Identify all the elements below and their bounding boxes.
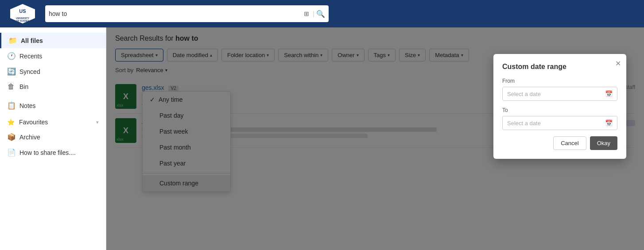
sidebar-item-synced[interactable]: 🔄 Synced — [0, 64, 106, 79]
sidebar-item-label: How to share files.... — [19, 149, 76, 156]
cancel-button[interactable]: Cancel — [553, 136, 586, 150]
sidebar-item-label: Synced — [19, 68, 40, 75]
archive-icon: 📦 — [7, 133, 15, 141]
from-date-input[interactable]: Select a date 📅 — [502, 87, 617, 101]
sidebar-item-label: Bin — [19, 83, 28, 90]
notes-icon: 📋 — [7, 101, 15, 110]
sidebar-item-label: Recents — [19, 53, 42, 60]
sidebar-item-archive[interactable]: 📦 Archive — [0, 129, 106, 145]
svg-text:OF SUSSEX: OF SUSSEX — [16, 19, 29, 22]
from-date-placeholder: Select a date — [507, 91, 541, 97]
sidebar-item-how-to-share[interactable]: 📄 How to share files.... — [0, 145, 106, 160]
from-label: From — [502, 78, 617, 84]
calendar-icon: 📅 — [605, 90, 613, 97]
to-label: To — [502, 107, 617, 113]
doc-icon: 📄 — [7, 148, 15, 157]
content-area: Search Results for how to Spreadsheet ▾ … — [106, 27, 644, 250]
bin-icon: 🗑 — [7, 83, 15, 91]
modal-title: Custom date range — [502, 63, 617, 71]
sidebar-item-notes[interactable]: 📋 Notes — [0, 98, 106, 113]
calendar-icon-2: 📅 — [605, 119, 613, 127]
modal-actions: Cancel Okay — [502, 136, 617, 150]
sidebar-item-favourites[interactable]: ⭐ Favourites ▾ — [0, 115, 106, 129]
logo-svg: US UNIVERSITY OF SUSSEX — [9, 3, 36, 24]
custom-date-range-modal: Custom date range ✕ From Select a date 📅… — [493, 54, 626, 159]
modal-backdrop: Custom date range ✕ From Select a date 📅… — [106, 27, 644, 250]
sidebar-item-label: Favourites — [19, 119, 48, 126]
svg-text:US: US — [19, 8, 26, 14]
okay-button[interactable]: Okay — [590, 136, 617, 150]
sync-icon: 🔄 — [7, 67, 15, 76]
university-logo: US UNIVERSITY OF SUSSEX — [7, 3, 38, 24]
header: US UNIVERSITY OF SUSSEX ⊞ | 🔍 — [0, 0, 644, 27]
sidebar-item-all-files[interactable]: 📁 All files — [0, 33, 106, 48]
star-icon: ⭐ — [7, 119, 15, 126]
sidebar-item-label: All files — [21, 37, 43, 44]
sidebar: 📁 All files 🕐 Recents 🔄 Synced 🗑 Bin 📋 N… — [0, 27, 106, 250]
search-bar: ⊞ | 🔍 — [45, 5, 329, 22]
filter-icon[interactable]: ⊞ — [304, 10, 309, 17]
sidebar-item-bin[interactable]: 🗑 Bin — [0, 79, 106, 94]
main-layout: 📁 All files 🕐 Recents 🔄 Synced 🗑 Bin 📋 N… — [0, 27, 644, 250]
search-icon[interactable]: 🔍 — [316, 10, 325, 18]
to-date-input[interactable]: Select a date 📅 — [502, 116, 617, 130]
clock-icon: 🕐 — [7, 52, 15, 60]
modal-close-button[interactable]: ✕ — [615, 59, 621, 68]
sidebar-item-label: Notes — [19, 102, 36, 109]
chevron-down-icon: ▾ — [96, 119, 99, 125]
search-input[interactable] — [49, 10, 304, 17]
sidebar-item-recents[interactable]: 🕐 Recents — [0, 48, 106, 64]
sidebar-item-label: Archive — [19, 134, 40, 141]
folder-icon: 📁 — [8, 36, 16, 45]
to-date-placeholder: Select a date — [507, 120, 541, 127]
